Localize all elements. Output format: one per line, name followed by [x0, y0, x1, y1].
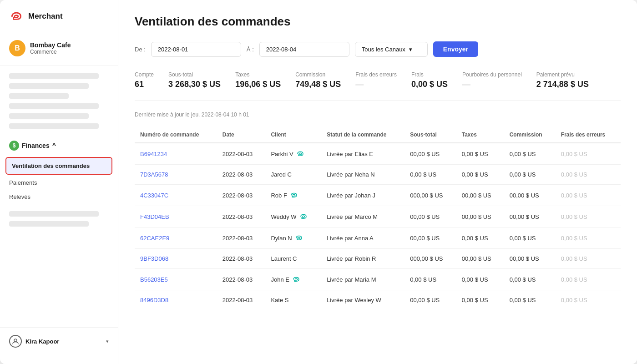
- sidebar-skeleton-top: [0, 73, 118, 133]
- client-cell: Laurent C: [265, 249, 321, 269]
- commission-cell: 00,00 $ US: [504, 206, 556, 228]
- doordash-delivery-icon: [290, 191, 298, 199]
- commission-cell: 0,00 $ US: [504, 165, 556, 185]
- to-date-input[interactable]: [259, 42, 349, 57]
- channel-select[interactable]: Tous les Canaux ▾: [355, 42, 428, 57]
- order-link[interactable]: 8496D3D8: [140, 297, 168, 303]
- dollar-icon: $: [9, 141, 19, 151]
- client-name: Jared C: [271, 171, 292, 178]
- subtotal-cell: 00,00 $ US: [404, 143, 456, 165]
- doordash-delivery-icon: [296, 150, 304, 158]
- taxes-cell: 00,00 $ US: [456, 249, 504, 269]
- user-avatar-icon: [9, 335, 22, 348]
- doordash-delivery-icon: [292, 275, 300, 283]
- finances-label: Finances: [22, 142, 50, 149]
- skeleton-line: [9, 93, 69, 99]
- skeleton-line: [9, 73, 99, 79]
- status-cell: Livrée par Johan J: [321, 185, 404, 206]
- order-number-cell: B6941234: [135, 143, 217, 165]
- order-link[interactable]: F43D04EB: [140, 213, 169, 220]
- status-cell: Livrée par Anna A: [321, 228, 404, 249]
- from-label: De :: [135, 46, 146, 53]
- taxes-cell: 00,00 $ US: [456, 206, 504, 228]
- table-row: 7D3A5678 2022-08-03 Jared C Livrée par N…: [135, 165, 621, 185]
- sidebar: Merchant B Bombay Cafe Commerce $ Financ…: [0, 0, 118, 364]
- client-name: John E: [271, 276, 289, 283]
- doordash-logo-icon: [9, 9, 24, 24]
- subtotal-cell: 00,00 $ US: [404, 228, 456, 249]
- order-link[interactable]: 7D3A5678: [140, 171, 168, 178]
- merchant-details: Bombay Cafe Commerce: [30, 41, 71, 56]
- order-link[interactable]: 4C33047C: [140, 192, 168, 199]
- merchant-sub: Commerce: [30, 49, 71, 55]
- errors-cell: 0,00 $ US: [556, 249, 621, 269]
- to-label: À :: [247, 46, 254, 53]
- skeleton-line: [9, 221, 89, 227]
- client-cell: Dylan N: [265, 228, 321, 249]
- doordash-delivery-icon: [295, 234, 303, 242]
- client-name: Parkhi V: [271, 151, 293, 157]
- main-content: Ventilation des commandes De : À : Tous …: [118, 0, 637, 364]
- status-cell: Livrée par Neha N: [321, 165, 404, 185]
- order-number-cell: B56203E5: [135, 269, 217, 290]
- skeleton-line: [9, 123, 99, 129]
- chevron-down-icon: ▾: [106, 339, 109, 344]
- sidebar-item-releves[interactable]: Relevés: [0, 190, 118, 204]
- skeleton-line: [9, 103, 99, 109]
- client-name: Weddy W: [271, 213, 296, 220]
- summary-value: —: [462, 80, 522, 89]
- summary-item: Sous-total 3 268,30 $ US: [168, 71, 221, 89]
- skeleton-line: [9, 83, 89, 89]
- sidebar-skeleton-bottom: [0, 207, 118, 235]
- subtotal-cell: 0,00 $ US: [404, 269, 456, 290]
- user-footer[interactable]: Kira Kapoor ▾: [0, 327, 118, 355]
- summary-value: 0,00 $ US: [411, 80, 448, 89]
- merchant-name: Bombay Cafe: [30, 41, 71, 49]
- subtotal-cell: 0,00 $ US: [404, 165, 456, 185]
- skeleton-line: [9, 113, 89, 119]
- date-cell: 2022-08-03: [217, 249, 266, 269]
- client-name: Laurent C: [271, 255, 297, 262]
- date-cell: 2022-08-03: [217, 228, 266, 249]
- table-col-header: Statut de la commande: [321, 127, 404, 143]
- order-link[interactable]: 9BF3D068: [140, 255, 168, 262]
- client-cell: Kate S: [265, 290, 321, 310]
- table-row: B6941234 2022-08-03 Parkhi V Livrée par …: [135, 143, 621, 165]
- doordash-delivery-icon: [299, 212, 308, 221]
- client-cell: Parkhi V: [265, 143, 321, 165]
- order-number-cell: 9BF3D068: [135, 249, 217, 269]
- order-number-cell: 7D3A5678: [135, 165, 217, 185]
- commission-cell: 0,00 $ US: [504, 228, 556, 249]
- finances-header[interactable]: $ Finances ^: [9, 141, 109, 151]
- table-col-header: Taxes: [456, 127, 504, 143]
- send-button[interactable]: Envoyer: [433, 41, 478, 57]
- summary-value: 61: [135, 80, 154, 89]
- sidebar-item-ventilation[interactable]: Ventilation des commandes: [5, 157, 112, 175]
- status-cell: Livrée par Maria M: [321, 269, 404, 290]
- order-link[interactable]: 62CAE2E9: [140, 235, 169, 242]
- order-number-cell: 8496D3D8: [135, 290, 217, 310]
- sidebar-item-paiements[interactable]: Paiements: [0, 176, 118, 190]
- summary-value: 3 268,30 $ US: [168, 80, 221, 89]
- table-col-header: Numéro de commande: [135, 127, 217, 143]
- order-number-cell: 4C33047C: [135, 185, 217, 206]
- date-cell: 2022-08-03: [217, 269, 266, 290]
- table-col-header: Frais des erreurs: [556, 127, 621, 143]
- status-cell: Livrée par Wesley W: [321, 290, 404, 310]
- taxes-cell: 0,00 $ US: [456, 165, 504, 185]
- date-cell: 2022-08-03: [217, 185, 266, 206]
- summary-item: Taxes 196,06 $ US: [235, 71, 281, 89]
- order-link[interactable]: B56203E5: [140, 276, 168, 283]
- summary-item: Frais 0,00 $ US: [411, 71, 448, 89]
- summary-row: Compte 61 Sous-total 3 268,30 $ US Taxes…: [135, 71, 621, 101]
- orders-table: Numéro de commandeDateClientStatut de la…: [135, 127, 621, 310]
- client-name: Rob F: [271, 192, 287, 199]
- subtotal-cell: 00,00 $ US: [404, 290, 456, 310]
- table-row: B56203E5 2022-08-03 John E Livrée par Ma…: [135, 269, 621, 290]
- taxes-cell: 00,00 $ US: [456, 185, 504, 206]
- from-date-input[interactable]: [151, 42, 241, 57]
- order-link[interactable]: B6941234: [140, 151, 167, 157]
- client-cell: John E: [265, 269, 321, 290]
- summary-item: Pourboires du personnel —: [462, 71, 522, 89]
- summary-item: Compte 61: [135, 71, 154, 89]
